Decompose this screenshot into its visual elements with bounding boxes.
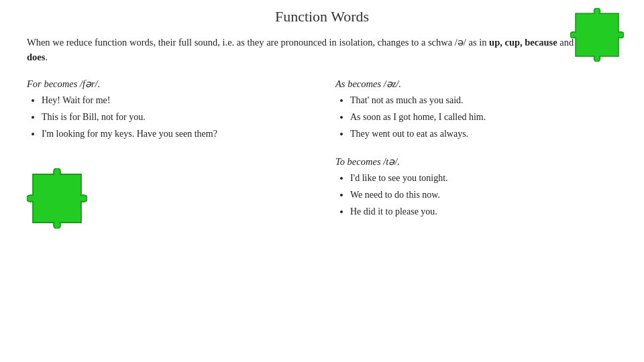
for-section: For becomes /fər/. Hey! Wait for me! Thi…: [27, 78, 309, 141]
puzzle-icon-top-right: [570, 8, 624, 62]
list-item: They went out to eat as always.: [350, 126, 617, 142]
as-italic: As: [335, 78, 345, 89]
to-italic: To: [335, 156, 345, 167]
left-column: For becomes /fər/. Hey! Wait for me! Thi…: [27, 78, 309, 229]
list-item: I'd like to see you tonight.: [350, 170, 617, 186]
intro-bold-end: does: [27, 52, 45, 62]
list-item: I'm looking for my keys. Have you seen t…: [42, 126, 309, 142]
to-section-title: To becomes /tə/.: [335, 156, 617, 168]
for-section-title: For becomes /fər/.: [27, 78, 309, 90]
for-bullets: Hey! Wait for me! This is for Bill, not …: [27, 93, 309, 141]
to-section: To becomes /tə/. I'd like to see you ton…: [335, 156, 617, 219]
intro-text: When we reduce function words, their ful…: [27, 35, 577, 65]
page: Function Words When we reduce function w…: [0, 0, 644, 362]
to-title-rest: becomes /tə/.: [345, 156, 400, 167]
list-item: Hey! Wait for me!: [42, 93, 309, 109]
list-item: That' not as much as you said.: [350, 93, 617, 109]
as-bullets: That' not as much as you said. As soon a…: [335, 93, 617, 141]
intro-bold-words: up, cup, because: [489, 37, 557, 48]
two-column-layout: For becomes /fər/. Hey! Wait for me! Thi…: [27, 78, 617, 235]
as-section: As becomes /əz/. That' not as much as yo…: [335, 78, 617, 141]
list-item: We need to do this now.: [350, 187, 617, 203]
list-item: He did it to please you.: [350, 204, 617, 220]
for-italic: For: [27, 78, 42, 89]
list-item: This is for Bill, not for you.: [42, 109, 309, 125]
as-title-rest: becomes /əz/.: [345, 78, 402, 89]
intro-text-before: When we reduce function words, their ful…: [27, 37, 489, 48]
page-title: Function Words: [27, 8, 617, 25]
intro-period: .: [45, 52, 48, 62]
as-section-title: As becomes /əz/.: [335, 78, 617, 90]
right-column: As becomes /əz/. That' not as much as yo…: [335, 78, 617, 235]
list-item: As soon as I got home, I called him.: [350, 109, 617, 125]
to-bullets: I'd like to see you tonight. We need to …: [335, 170, 617, 219]
for-title-rest: becomes /fər/.: [42, 78, 101, 89]
puzzle-icon-bottom-left: [27, 168, 87, 229]
